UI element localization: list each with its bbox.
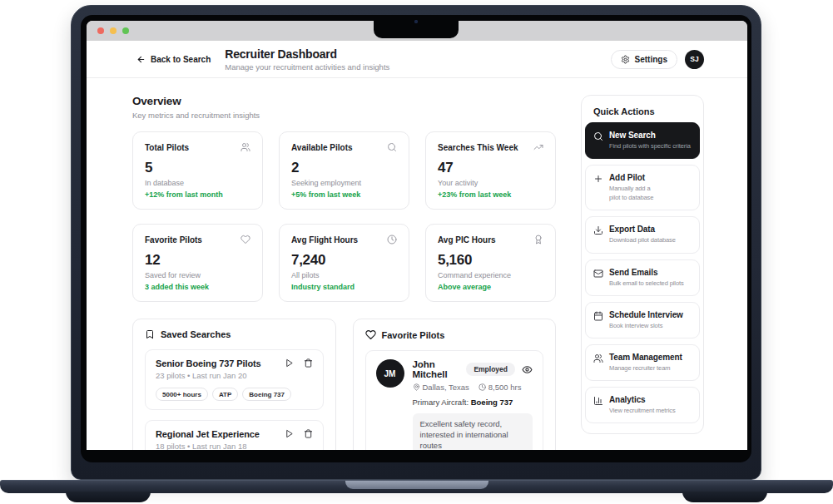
saved-searches-title: Saved Searches — [161, 329, 231, 339]
window-close-button[interactable] — [97, 27, 104, 34]
view-pilot-icon[interactable] — [522, 364, 533, 375]
metric-delta: +23% from last week — [438, 190, 543, 199]
metric-label: Searches This Week — [438, 143, 518, 152]
metric-card-total-pilots: Total Pilots 5 In database +12% from las… — [132, 131, 263, 210]
laptop-lid: Back to Search Recruiter Dashboard Manag… — [71, 5, 761, 480]
window-minimize-button[interactable] — [110, 27, 117, 34]
quick-action-label: Schedule Interview — [609, 310, 683, 319]
metric-delta: +12% from last month — [145, 190, 250, 199]
clock-icon — [387, 235, 397, 245]
laptop-notch — [374, 15, 459, 38]
quick-action-add-pilot[interactable]: Add Pilot Manually add a pilot to databa… — [585, 165, 700, 210]
map-pin-icon — [413, 383, 420, 391]
metric-delta: +5% from last week — [291, 190, 397, 199]
clock-icon — [478, 383, 486, 391]
quick-action-team-management[interactable]: Team Management Manage recruiter team — [585, 344, 700, 381]
metric-delta: 3 added this week — [145, 283, 250, 291]
metric-card-avg-flight-hours: Avg Flight Hours 7,240 All pilots Indust… — [279, 224, 409, 302]
quick-action-desc: Book interview slots — [609, 322, 683, 330]
tag: Boeing 737 — [242, 388, 291, 401]
quick-action-desc: pilot to database — [609, 194, 653, 202]
saved-search-name: Regional Jet Experience — [156, 429, 285, 439]
aircraft-label: Primary Aircraft: — [413, 398, 469, 407]
run-search-icon[interactable] — [285, 358, 294, 368]
users-icon — [240, 142, 250, 152]
quick-action-label: New Search — [609, 131, 691, 140]
pilot-card[interactable]: JM John Mitchell Employed — [365, 350, 544, 450]
run-search-icon[interactable] — [285, 429, 294, 438]
users-icon — [593, 353, 603, 373]
back-to-search-link[interactable]: Back to Search — [136, 55, 211, 64]
quick-action-schedule-interview[interactable]: Schedule Interview Book interview slots — [585, 302, 700, 338]
metric-value: 5 — [145, 160, 250, 176]
pilot-name: John Mitchell — [413, 359, 467, 379]
quick-action-label: Team Management — [609, 353, 682, 362]
app-header: Back to Search Recruiter Dashboard Manag… — [87, 41, 747, 78]
pilot-avatar: JM — [376, 359, 404, 388]
saved-search-meta: 18 pilots • Last run Jan 18 — [156, 442, 313, 450]
status-badge: Employed — [466, 363, 515, 376]
overview-subtitle: Key metrics and recruitment insights — [132, 111, 556, 120]
metric-sub: In database — [145, 179, 250, 187]
saved-search-meta: 23 pilots • Last run Jan 20 — [156, 371, 313, 380]
quick-action-label: Export Data — [609, 225, 676, 234]
note-line: Excellent safety record, — [420, 418, 526, 429]
metric-label: Favorite Pilots — [145, 235, 202, 245]
metric-label: Available Pilots — [291, 143, 353, 152]
metric-card-favorite-pilots: Favorite Pilots 12 Saved for review 3 ad… — [132, 224, 263, 302]
search-icon — [387, 142, 397, 152]
metric-delta: Industry standard — [291, 283, 397, 291]
metric-label: Total Pilots — [145, 143, 189, 152]
calendar-icon — [593, 311, 603, 330]
metric-sub: Seeking employment — [291, 179, 397, 187]
camera-dot — [414, 20, 418, 23]
metric-value: 12 — [145, 252, 250, 269]
screen: Back to Search Recruiter Dashboard Manag… — [87, 21, 747, 450]
favorite-pilots-panel: Favorite Pilots JM John Mitchell Employe… — [353, 319, 557, 450]
delete-icon[interactable] — [304, 429, 313, 438]
aircraft-value: Boeing 737 — [471, 398, 513, 407]
quick-action-label: Add Pilot — [609, 173, 653, 182]
quick-action-desc: View recruitment metrics — [609, 407, 676, 415]
metric-delta: Above average — [438, 283, 543, 291]
window-zoom-button[interactable] — [122, 27, 129, 34]
delete-icon[interactable] — [304, 358, 313, 368]
pilot-location: Dallas, Texas — [423, 383, 469, 392]
quick-action-send-emails[interactable]: Send Emails Bulk email to selected pilot… — [585, 259, 700, 296]
heart-icon — [365, 329, 376, 340]
pilot-note: Excellent safety record, interested in i… — [413, 413, 533, 450]
trending-up-icon — [533, 142, 543, 152]
pilot-hours: 8,500 hrs — [488, 383, 522, 392]
quick-action-desc: Manually add a — [609, 185, 653, 193]
download-icon — [593, 225, 603, 245]
bookmark-icon — [145, 329, 155, 339]
saved-search-name: Senior Boeing 737 Pilots — [156, 358, 285, 368]
laptop-foot — [682, 492, 767, 502]
laptop-foot — [66, 492, 151, 502]
settings-label: Settings — [635, 55, 667, 64]
settings-button[interactable]: Settings — [611, 50, 677, 69]
metric-sub: Your activity — [438, 179, 543, 187]
metric-value: 5,160 — [438, 252, 543, 269]
metric-value: 7,240 — [291, 252, 397, 269]
metric-card-avg-pic-hours: Avg PIC Hours 5,160 Command experience A… — [425, 224, 556, 302]
saved-searches-panel: Saved Searches Senior Boeing 737 Pilots … — [132, 319, 336, 450]
metrics-grid: Total Pilots 5 In database +12% from las… — [132, 131, 556, 302]
metric-sub: Command experience — [438, 271, 543, 279]
page-subtitle: Manage your recruitment activities and i… — [225, 62, 389, 72]
metric-sub: All pilots — [291, 271, 397, 279]
user-avatar[interactable]: SJ — [685, 50, 704, 69]
metric-value: 2 — [291, 160, 397, 176]
quick-action-new-search[interactable]: New Search Find pilots with specific cri… — [585, 122, 700, 159]
quick-action-desc: Manage recruiter team — [609, 364, 682, 373]
dashboard-content: Overview Key metrics and recruitment ins… — [87, 78, 747, 450]
gear-icon — [621, 55, 630, 64]
award-icon — [533, 235, 543, 245]
saved-search-item[interactable]: Regional Jet Experience 18 pilots • Last… — [145, 420, 324, 450]
search-icon — [593, 131, 603, 151]
quick-action-export-data[interactable]: Export Data Download pilot database — [585, 216, 700, 253]
favorite-pilots-title: Favorite Pilots — [382, 330, 445, 340]
quick-action-analytics[interactable]: Analytics View recruitment metrics — [585, 387, 700, 423]
quick-action-desc: Find pilots with specific criteria — [609, 142, 691, 151]
saved-search-item[interactable]: Senior Boeing 737 Pilots 23 pilots • Las… — [145, 349, 324, 410]
